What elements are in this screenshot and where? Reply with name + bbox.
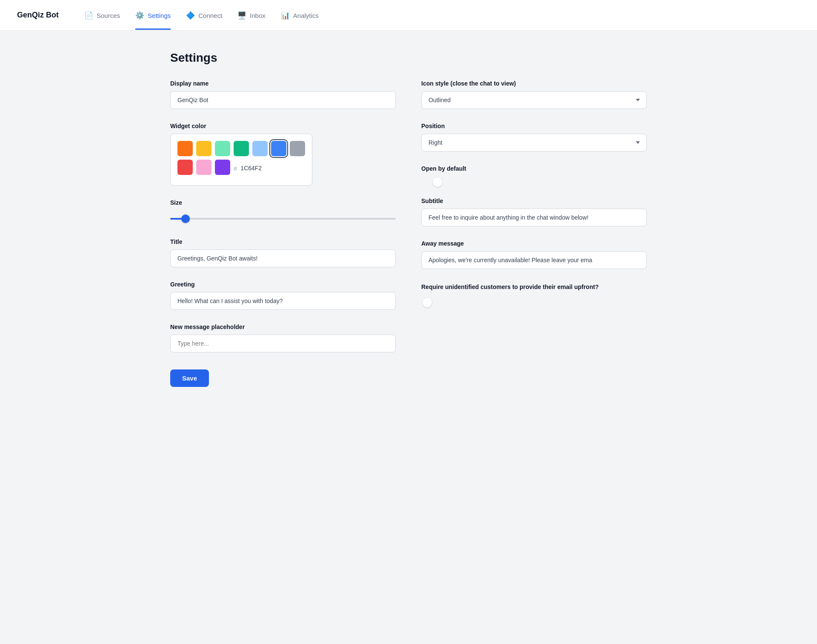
position-label: Position — [421, 123, 647, 129]
greeting-field: Greeting — [170, 281, 396, 310]
swatches-row-2: # — [177, 160, 305, 175]
sources-icon: 📄 — [84, 11, 93, 20]
connect-icon: 🔷 — [186, 11, 195, 20]
swatch-mint[interactable] — [215, 141, 230, 156]
swatch-orange[interactable] — [177, 141, 193, 156]
subtitle-field: Subtitle — [421, 197, 647, 226]
brand-name: GenQiz Bot — [17, 11, 59, 20]
subtitle-input[interactable] — [421, 209, 647, 226]
navbar: GenQiz Bot 📄 Sources ⚙️ Settings 🔷 Conne… — [0, 0, 817, 31]
greeting-input[interactable] — [170, 292, 396, 310]
inbox-icon: 🖥️ — [237, 11, 246, 20]
swatch-purple[interactable] — [215, 160, 230, 175]
open-by-default-field: Open by default — [421, 165, 647, 184]
require-email-field: Require unidentified customers to provid… — [421, 283, 647, 304]
swatch-pink[interactable] — [196, 160, 211, 175]
settings-grid: Display name Widget color — [170, 80, 647, 387]
require-email-label: Require unidentified customers to provid… — [421, 283, 647, 292]
open-by-default-label: Open by default — [421, 165, 647, 172]
settings-icon: ⚙️ — [135, 11, 144, 20]
position-select-wrapper: Right Left — [421, 134, 647, 152]
toggle-thumb-open — [433, 177, 442, 187]
save-button[interactable]: Save — [170, 369, 209, 387]
position-field: Position Right Left — [421, 123, 647, 152]
size-field: Size — [170, 199, 396, 225]
toggle-thumb-email — [423, 298, 432, 307]
tab-sources[interactable]: 📄 Sources — [84, 1, 120, 30]
size-slider[interactable] — [170, 218, 396, 220]
swatch-lightblue[interactable] — [252, 141, 268, 156]
tab-settings[interactable]: ⚙️ Settings — [135, 1, 171, 30]
analytics-icon: 📊 — [281, 11, 290, 20]
main-content: Settings Display name Widget color — [153, 31, 664, 412]
away-message-label: Away message — [421, 240, 647, 247]
title-label: Title — [170, 238, 396, 245]
swatch-blue[interactable] — [271, 141, 286, 156]
tab-analytics[interactable]: 📊 Analytics — [281, 1, 319, 30]
color-hex-row: # — [234, 161, 274, 175]
title-field: Title — [170, 238, 396, 267]
page-title: Settings — [170, 51, 647, 65]
position-select[interactable]: Right Left — [421, 134, 647, 152]
nav-tabs: 📄 Sources ⚙️ Settings 🔷 Connect 🖥️ Inbox… — [84, 1, 319, 30]
color-hex-input[interactable] — [240, 165, 274, 172]
hash-icon: # — [234, 165, 237, 172]
icon-style-select-wrapper: Outlined Filled Minimal — [421, 91, 647, 109]
size-slider-wrapper — [170, 210, 396, 225]
swatches-row-1 — [177, 141, 305, 156]
display-name-field: Display name — [170, 80, 396, 109]
icon-style-label: Icon style (close the chat to view) — [421, 80, 647, 87]
left-column: Display name Widget color — [170, 80, 396, 387]
placeholder-field: New message placeholder — [170, 323, 396, 352]
icon-style-select[interactable]: Outlined Filled Minimal — [421, 91, 647, 109]
placeholder-label: New message placeholder — [170, 323, 396, 330]
display-name-label: Display name — [170, 80, 396, 87]
placeholder-input[interactable] — [170, 335, 396, 352]
icon-style-field: Icon style (close the chat to view) Outl… — [421, 80, 647, 109]
widget-color-field: Widget color — [170, 123, 396, 186]
title-input[interactable] — [170, 249, 396, 267]
tab-connect[interactable]: 🔷 Connect — [186, 1, 222, 30]
swatch-yellow[interactable] — [196, 141, 211, 156]
swatch-gray[interactable] — [290, 141, 305, 156]
size-label: Size — [170, 199, 396, 206]
widget-color-label: Widget color — [170, 123, 396, 129]
subtitle-label: Subtitle — [421, 197, 647, 204]
swatch-green[interactable] — [234, 141, 249, 156]
swatch-red[interactable] — [177, 160, 193, 175]
away-message-input[interactable] — [421, 251, 647, 269]
tab-inbox[interactable]: 🖥️ Inbox — [237, 1, 266, 30]
display-name-input[interactable] — [170, 91, 396, 109]
away-message-field: Away message — [421, 240, 647, 269]
greeting-label: Greeting — [170, 281, 396, 288]
color-picker-box: # — [170, 134, 312, 186]
right-column: Icon style (close the chat to view) Outl… — [421, 80, 647, 387]
